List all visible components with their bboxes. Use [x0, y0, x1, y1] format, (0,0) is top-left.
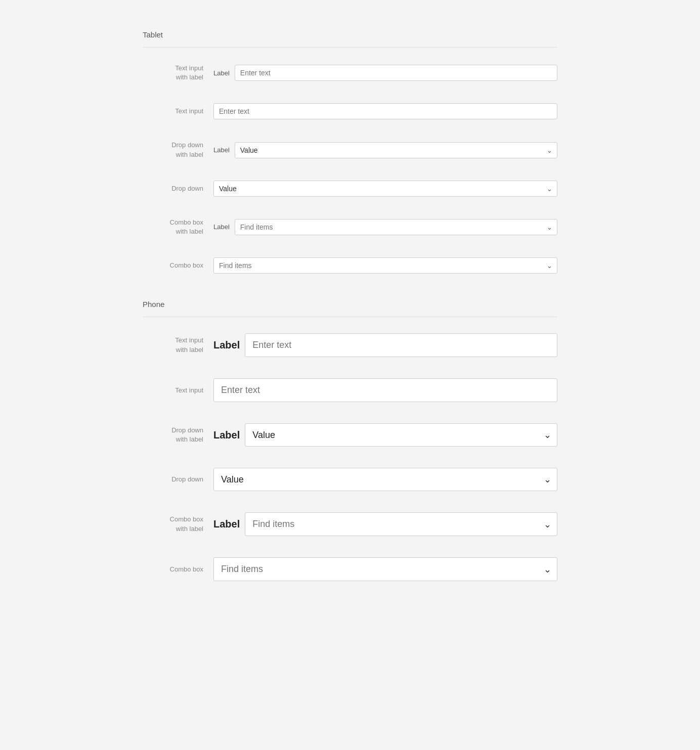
tablet-text-input-content — [213, 103, 557, 119]
phone-combo-with-label-input[interactable] — [245, 512, 557, 536]
phone-combo-with-label-wrapper: ⌄ — [245, 512, 557, 536]
phone-combo-input[interactable] — [213, 557, 557, 581]
phone-dropdown-with-label-row: Drop downwith label Label Value ⌄ — [143, 417, 557, 453]
phone-text-input-content — [213, 378, 557, 402]
phone-text-input-row: Text input — [143, 372, 557, 408]
tablet-text-input-with-label-row: Text inputwith label Label — [143, 58, 557, 88]
phone-combo-with-label-row-label: Combo boxwith label — [143, 515, 213, 533]
tablet-text-input-with-label-field[interactable] — [235, 65, 557, 81]
phone-dropdown-with-label-row-label: Drop downwith label — [143, 426, 213, 444]
tablet-text-input-row: Text input — [143, 97, 557, 125]
phone-dropdown-content: Value ⌄ — [213, 468, 557, 491]
phone-combo-row-label: Combo box — [143, 565, 213, 574]
tablet-combo-row: Combo box ⌄ — [143, 251, 557, 280]
tablet-dropdown-row: Drop down Value ⌄ — [143, 174, 557, 203]
tablet-combo-with-label-content: Label ⌄ — [213, 219, 557, 235]
phone-combo-with-label-content: Label ⌄ — [213, 512, 557, 536]
tablet-text-input-row-label: Text input — [143, 107, 213, 116]
tablet-section-title: Tablet — [143, 30, 557, 39]
tablet-combo-label: Label — [213, 223, 230, 231]
tablet-combo-content: ⌄ — [213, 257, 557, 274]
phone-text-input-label: Label — [213, 339, 240, 351]
phone-dropdown-select[interactable]: Value — [213, 468, 557, 491]
phone-dropdown-row-label: Drop down — [143, 475, 213, 484]
tablet-dropdown-with-label-row: Drop downwith label Label Value ⌄ — [143, 135, 557, 165]
tablet-combo-input[interactable] — [213, 257, 557, 274]
phone-text-input-row-label: Text input — [143, 386, 213, 395]
tablet-dropdown-wrapper: Value ⌄ — [213, 181, 557, 197]
phone-dropdown-label: Label — [213, 429, 240, 441]
tablet-combo-wrapper: ⌄ — [213, 257, 557, 274]
tablet-combo-with-label-row-label: Combo boxwith label — [143, 218, 213, 236]
tablet-text-input-with-label-row-label: Text inputwith label — [143, 64, 213, 82]
tablet-combo-with-label-wrapper: ⌄ — [235, 219, 557, 235]
tablet-combo-with-label-row: Combo boxwith label Label ⌄ — [143, 212, 557, 242]
phone-dropdown-wrapper: Value ⌄ — [213, 468, 557, 491]
phone-combo-content: ⌄ — [213, 557, 557, 581]
phone-dropdown-with-label-content: Label Value ⌄ — [213, 423, 557, 447]
tablet-dropdown-row-label: Drop down — [143, 184, 213, 193]
tablet-dropdown-with-label-row-label: Drop downwith label — [143, 141, 213, 159]
phone-text-input-with-label-row-label: Text inputwith label — [143, 336, 213, 354]
tablet-dropdown-with-label-select[interactable]: Value — [235, 142, 557, 158]
tablet-text-input-field[interactable] — [213, 103, 557, 119]
phone-text-input-with-label-content: Label — [213, 333, 557, 357]
tablet-text-input-with-label-content: Label — [213, 65, 557, 81]
phone-text-input-field[interactable] — [213, 378, 557, 402]
tablet-dropdown-content: Value ⌄ — [213, 181, 557, 197]
tablet-combo-row-label: Combo box — [143, 261, 213, 270]
tablet-combo-with-label-input[interactable] — [235, 219, 557, 235]
phone-dropdown-row: Drop down Value ⌄ — [143, 462, 557, 497]
phone-dropdown-with-label-select[interactable]: Value — [245, 423, 557, 447]
phone-dropdown-with-label-wrapper: Value ⌄ — [245, 423, 557, 447]
phone-text-input-with-label-field[interactable] — [245, 333, 557, 357]
phone-combo-row: Combo box ⌄ — [143, 551, 557, 587]
phone-combo-wrapper: ⌄ — [213, 557, 557, 581]
phone-combo-label: Label — [213, 518, 240, 530]
phone-text-input-with-label-row: Text inputwith label Label — [143, 327, 557, 363]
tablet-dropdown-select[interactable]: Value — [213, 181, 557, 197]
phone-combo-with-label-row: Combo boxwith label Label ⌄ — [143, 506, 557, 542]
tablet-dropdown-label: Label — [213, 146, 230, 154]
tablet-dropdown-with-label-wrapper: Value ⌄ — [235, 142, 557, 158]
tablet-dropdown-with-label-content: Label Value ⌄ — [213, 142, 557, 158]
phone-section-title: Phone — [143, 300, 557, 308]
tablet-text-input-label: Label — [213, 69, 230, 77]
